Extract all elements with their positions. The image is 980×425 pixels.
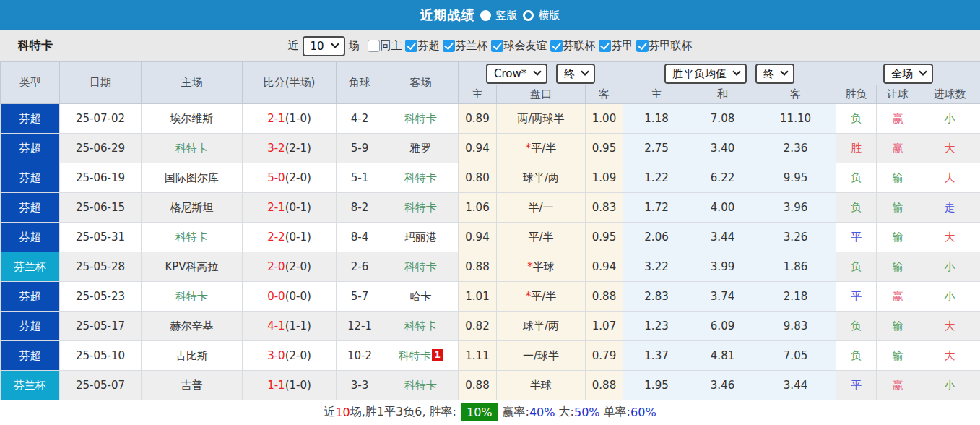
vertical-layout-radio[interactable] [480, 10, 491, 21]
filter-option-label: 球会友谊 [504, 39, 547, 53]
fulltime-score: 1-1 [267, 379, 285, 392]
cell-score: 4-1(1-1) [243, 312, 337, 341]
handicap-text: 两/两球半 [517, 112, 564, 125]
match-count-select[interactable]: 10 [303, 36, 345, 56]
filter-option[interactable]: 芬超 [405, 39, 440, 53]
cell-corners: 8-4 [337, 223, 383, 252]
average-select-group: 胜平负均值 终 [623, 62, 836, 85]
cell-date: 25-06-15 [60, 193, 142, 223]
cell-corners: 4-2 [337, 104, 383, 134]
vertical-layout-label[interactable]: 竖版 [496, 9, 518, 22]
home-team-name: 科特卡 [175, 142, 208, 155]
handicap-text: 半球 [530, 379, 552, 392]
filter-controls: 近 10 场 同主芬超芬兰杯球会友谊芬联杯芬甲芬甲联杯 [288, 36, 693, 56]
home-team-name: 科特卡 [175, 290, 208, 303]
halftime-score: (1-0) [285, 379, 311, 392]
table-row: 芬超25-06-19国际图尔库5-0(2-0)5-1科特卡0.80球半/两1.0… [1, 163, 980, 193]
checkbox-checked-icon[interactable] [599, 40, 611, 52]
filter-option[interactable]: 芬甲联杯 [636, 39, 693, 53]
fulltime-score: 3-2 [267, 142, 285, 155]
cell-result-outcome: 平 [836, 223, 877, 252]
column-header-home: 主场 [142, 62, 243, 104]
checkbox-unchecked-icon[interactable] [368, 40, 380, 52]
column-header-date: 日期 [60, 62, 142, 104]
filter-option-label: 芬甲 [612, 39, 633, 53]
fulltime-score: 2-1 [267, 201, 285, 214]
filter-option[interactable]: 芬联杯 [550, 39, 596, 53]
cell-ah-away-odds: 0.79 [586, 341, 623, 371]
cell-handicap-line: 半球 [497, 371, 586, 400]
home-team-name: 格尼斯坦 [170, 201, 214, 214]
cell-corners: 10-2 [337, 341, 383, 371]
cell-odds-draw: 3.74 [690, 282, 755, 312]
cell-odds-away: 9.83 [755, 312, 836, 341]
cell-handicap-line: 两/两球半 [497, 104, 586, 134]
horizontal-layout-label[interactable]: 横版 [539, 9, 560, 22]
handicap-text: 半球 [533, 260, 555, 273]
checkbox-checked-icon[interactable] [405, 40, 417, 52]
subheader-odds-home: 主 [623, 85, 690, 104]
cell-odds-home: 1.23 [623, 312, 690, 341]
cell-result-goals: 大 [919, 163, 980, 193]
page-title: 近期战绩 [420, 7, 475, 24]
cell-ah-home-odds: 0.88 [459, 371, 497, 400]
cell-ah-home-odds: 1.01 [459, 282, 497, 312]
checkbox-checked-icon[interactable] [491, 40, 503, 52]
cell-away-team: 雅罗 [383, 134, 459, 163]
cell-result-handicap: 赢 [877, 134, 919, 163]
cell-result-handicap: 输 [877, 341, 919, 371]
cell-home-team: 格尼斯坦 [142, 193, 243, 223]
checkbox-checked-icon[interactable] [636, 40, 649, 52]
cell-away-team: 科特卡 [383, 104, 459, 134]
cell-result-handicap: 输 [877, 312, 919, 341]
filter-option[interactable]: 球会友谊 [491, 39, 547, 53]
cell-date: 25-05-28 [60, 252, 142, 282]
fulltime-score: 4-1 [267, 319, 285, 332]
filter-option[interactable]: 芬兰杯 [443, 39, 488, 53]
checkbox-checked-icon[interactable] [443, 40, 455, 52]
cell-league: 芬兰杯 [1, 252, 60, 282]
column-header-corners: 角球 [337, 62, 383, 104]
cell-score: 2-0(2-0) [243, 252, 337, 282]
subheader-odds-draw: 和 [690, 85, 755, 104]
column-header-type: 类型 [1, 62, 60, 104]
cell-result-outcome: 负 [836, 104, 877, 134]
cell-ah-home-odds: 0.82 [459, 312, 497, 341]
bookmaker-select[interactable]: Crow* [486, 64, 547, 84]
scope-select[interactable]: 全场 [883, 64, 933, 84]
filter-option-label: 芬联杯 [563, 39, 596, 53]
summary-bar: 近10场,胜1平3负6, 胜率:10%赢率:40% 大:50% 单率:60% [0, 400, 980, 424]
cell-odds-away: 3.44 [755, 371, 836, 400]
cell-ah-away-odds: 1.07 [586, 312, 623, 341]
cell-handicap-line: 一/球半 [497, 341, 586, 371]
away-team-name: 玛丽港 [404, 231, 437, 244]
summary-segment: 60% [630, 405, 656, 419]
cell-date: 25-05-23 [60, 282, 142, 312]
handicap-star: * [527, 260, 533, 273]
cell-odds-away: 9.95 [755, 163, 836, 193]
horizontal-layout-radio[interactable] [523, 10, 534, 21]
cell-score: 0-0(0-0) [243, 282, 337, 312]
cell-odds-away: 1.86 [755, 252, 836, 282]
cell-odds-home: 2.06 [623, 223, 690, 252]
cell-result-outcome: 负 [836, 252, 877, 282]
cell-date: 25-05-07 [60, 371, 142, 400]
average-select-wrap: 胜平负均值 [664, 64, 747, 84]
cell-home-team: 吉普 [142, 371, 243, 400]
filter-option[interactable]: 芬甲 [599, 39, 633, 53]
checkbox-checked-icon[interactable] [550, 40, 563, 52]
red-card-badge: 1 [432, 349, 443, 361]
summary-segment: 场,胜1平3负6, 胜率: [350, 405, 456, 420]
handicap-text: 一/球半 [523, 349, 559, 362]
cell-ah-away-odds: 1.09 [586, 163, 623, 193]
average-period-select[interactable]: 终 [755, 64, 794, 84]
cell-date: 25-05-31 [60, 223, 142, 252]
average-select[interactable]: 胜平负均值 [664, 64, 747, 84]
bookmaker-period-select[interactable]: 终 [556, 64, 595, 84]
cell-league: 芬超 [1, 134, 60, 163]
fulltime-score: 2-1 [267, 112, 285, 125]
cell-odds-away: 2.36 [755, 134, 836, 163]
fulltime-score: 0-0 [267, 290, 285, 303]
filter-option[interactable]: 同主 [368, 39, 402, 53]
filter-option-label: 芬超 [418, 39, 440, 53]
